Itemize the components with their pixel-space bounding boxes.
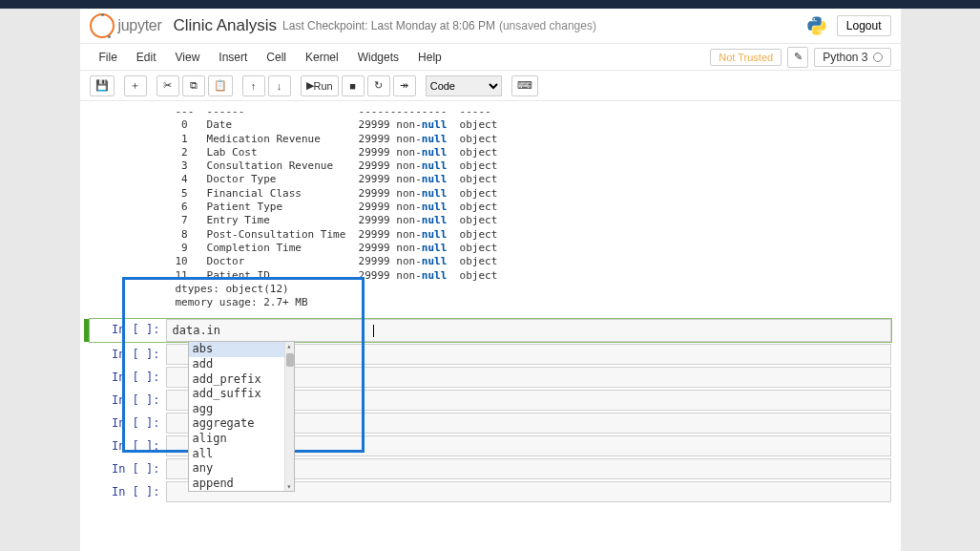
cut-button[interactable]: ✂ [156, 75, 179, 96]
code-cell-active[interactable]: In [ ]: data.in absaddadd_prefixadd_suff… [90, 319, 891, 342]
header: jupyter Clinic Analysis Last Checkpoint:… [80, 9, 901, 44]
output-area: --- ------ -------------- ----- 0 Date 2… [80, 105, 901, 317]
notebook-container: --- ------ -------------- ----- 0 Date 2… [80, 101, 901, 523]
paste-button[interactable]: 📋 [208, 75, 233, 96]
notebook-name[interactable]: Clinic Analysis [173, 16, 277, 35]
notebook-page: jupyter Clinic Analysis Last Checkpoint:… [80, 9, 901, 551]
menu-view[interactable]: View [166, 46, 210, 69]
cell-prompt: In [ ]: [90, 344, 166, 365]
jupyter-logo[interactable]: jupyter [90, 13, 162, 38]
cell-prompt: In [ ]: [90, 435, 166, 456]
autocomplete-option[interactable]: append [189, 477, 294, 492]
cell-prompt: In [ ]: [90, 458, 166, 479]
kernel-name: Python 3 [823, 51, 867, 64]
scroll-down-arrow[interactable]: ▾ [287, 482, 292, 491]
run-label: Run [314, 80, 333, 92]
autocomplete-option[interactable]: all [189, 447, 294, 462]
autocomplete-popup[interactable]: absaddadd_prefixadd_suffixaggaggregateal… [188, 341, 295, 492]
autocomplete-option[interactable]: add_suffix [189, 387, 294, 402]
edit-icon[interactable]: ✎ [787, 47, 808, 68]
kernel-indicator[interactable]: Python 3 [814, 48, 890, 67]
restart-button[interactable]: ↻ [367, 75, 390, 96]
autocomplete-option[interactable]: agg [189, 402, 294, 417]
command-palette-button[interactable]: ⌨ [511, 75, 538, 96]
logout-button[interactable]: Logout [837, 15, 891, 36]
menu-help[interactable]: Help [408, 46, 451, 69]
cell-input[interactable]: data.in absaddadd_prefixadd_suffixaggagg… [166, 319, 891, 342]
scroll-thumb[interactable] [286, 353, 294, 367]
code-text: data.in [173, 324, 221, 337]
unsaved-indicator: (unsaved changes) [499, 19, 596, 32]
jupyter-logo-text: jupyter [118, 17, 162, 34]
cell-prompt: In [ ]: [90, 413, 166, 434]
cell-prompt: In [ ]: [90, 367, 166, 388]
add-cell-button[interactable]: ＋ [124, 75, 147, 96]
move-down-button[interactable]: ↓ [268, 75, 291, 96]
cell-prompt: In [ ]: [90, 319, 166, 342]
python-icon [806, 15, 827, 36]
autocomplete-option[interactable]: add_prefix [189, 372, 294, 388]
stop-button[interactable]: ■ [342, 75, 365, 96]
cell-prompt: In [ ]: [90, 390, 166, 411]
autocomplete-scrollbar[interactable]: ▴ ▾ [284, 342, 294, 491]
run-button[interactable]: ▶ Run [301, 75, 339, 96]
kernel-status-icon [873, 53, 883, 62]
move-up-button[interactable]: ↑ [242, 75, 265, 96]
toolbar: 💾 ＋ ✂ ⧉ 📋 ↑ ↓ ▶ Run ■ ↻ ↠ Code ⌨ [80, 71, 901, 101]
not-trusted-badge[interactable]: Not Trusted [710, 49, 782, 66]
menu-insert[interactable]: Insert [209, 46, 257, 69]
restart-run-button[interactable]: ↠ [393, 75, 416, 96]
jupyter-icon [90, 13, 115, 38]
menu-cell[interactable]: Cell [257, 46, 296, 69]
menu-widgets[interactable]: Widgets [348, 46, 408, 69]
save-button[interactable]: 💾 [90, 75, 115, 96]
autocomplete-option[interactable]: any [189, 461, 294, 477]
menu-file[interactable]: File [90, 46, 127, 69]
autocomplete-option[interactable]: abs [189, 342, 294, 357]
text-cursor [373, 325, 374, 337]
cell-prompt: In [ ]: [90, 481, 166, 502]
autocomplete-option[interactable]: aggregate [189, 416, 294, 432]
autocomplete-option[interactable]: add [189, 357, 294, 372]
menu-kernel[interactable]: Kernel [296, 46, 348, 69]
menu-edit[interactable]: Edit [127, 46, 166, 69]
browser-chrome-bar [0, 0, 980, 9]
autocomplete-option[interactable]: align [189, 432, 294, 447]
scroll-up-arrow[interactable]: ▴ [287, 342, 292, 350]
copy-button[interactable]: ⧉ [182, 75, 205, 96]
checkpoint-info: Last Checkpoint: Last Monday at 8:06 PM [282, 19, 495, 32]
celltype-select[interactable]: Code [426, 75, 502, 96]
menu-bar: File Edit View Insert Cell Kernel Widget… [80, 44, 901, 71]
